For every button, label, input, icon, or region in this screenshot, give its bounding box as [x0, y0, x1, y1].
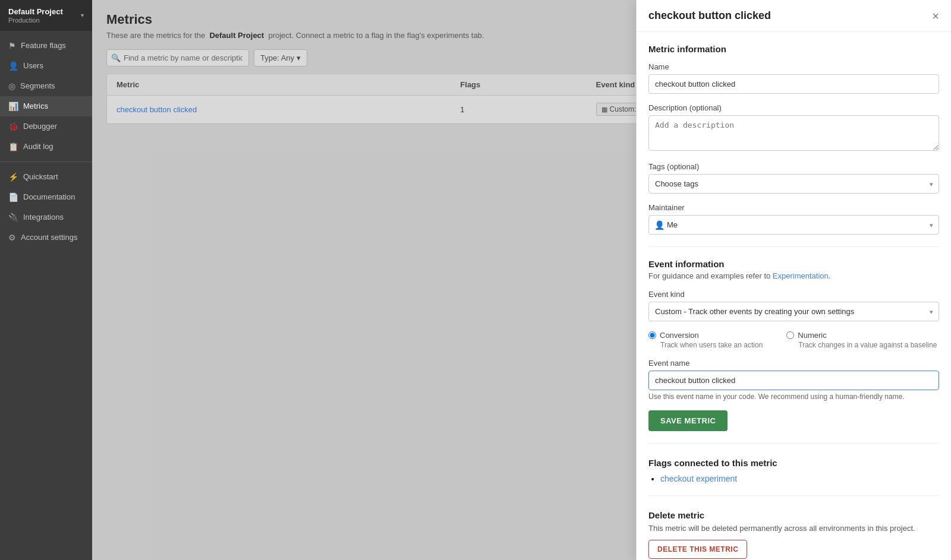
sidebar-item-label: Debugger [23, 122, 57, 131]
description-group: Description (optional) [648, 103, 939, 153]
close-button[interactable]: × [932, 10, 939, 22]
maintainer-select-wrap: 👤 Me ▾ [648, 215, 939, 235]
numeric-desc: Track changes in a value against a basel… [798, 341, 937, 349]
divider-2 [648, 443, 939, 444]
list-item: checkout experiment [660, 474, 939, 483]
sidebar-item-metrics[interactable]: 📊 Metrics [0, 96, 92, 116]
debugger-icon: 🐞 [8, 122, 18, 131]
experimentation-link[interactable]: Experimentation [773, 271, 829, 280]
sidebar-item-audit-log[interactable]: 📋 Audit log [0, 137, 92, 157]
numeric-option: Numeric Track changes in a value against… [786, 331, 937, 349]
conversion-desc: Track when users take an action [660, 341, 763, 349]
maintainer-group: Maintainer 👤 Me ▾ [648, 203, 939, 235]
delete-section: Delete metric This metric will be delete… [648, 510, 939, 559]
numeric-label[interactable]: Numeric [786, 331, 937, 340]
panel-header: checkout button clicked × [637, 0, 951, 32]
sidebar-item-label: Feature flags [21, 41, 66, 50]
sidebar-item-segments[interactable]: ◎ Segments [0, 76, 92, 96]
sidebar-item-documentation[interactable]: 📄 Documentation [0, 187, 92, 207]
sidebar-nav: ⚑ Feature flags 👤 Users ◎ Segments 📊 Met… [0, 31, 92, 560]
radio-group: Conversion Track when users take an acti… [648, 331, 939, 349]
settings-icon: ⚙ [8, 233, 16, 242]
sidebar-item-debugger[interactable]: 🐞 Debugger [0, 116, 92, 137]
project-name: Default Project [8, 7, 63, 17]
sidebar-item-account-settings[interactable]: ⚙ Account settings [0, 227, 92, 248]
maintainer-label: Maintainer [648, 203, 939, 212]
tags-select[interactable] [648, 174, 939, 194]
maintainer-select[interactable]: Me [648, 215, 939, 235]
tags-select-wrap: ▾ [648, 174, 939, 194]
event-name-group: Event name Use this event name in your c… [648, 359, 939, 401]
flag-link[interactable]: checkout experiment [660, 474, 737, 483]
description-label: Description (optional) [648, 103, 939, 112]
event-kind-label: Event kind [648, 290, 939, 299]
metric-panel: checkout button clicked × Metric informa… [636, 0, 951, 560]
sidebar-item-label: Users [23, 61, 43, 70]
sidebar-item-integrations[interactable]: 🔌 Integrations [0, 207, 92, 227]
event-kind-group: Event kind Custom - Track other events b… [648, 290, 939, 321]
name-input[interactable] [648, 74, 939, 94]
delete-section-desc: This metric will be deleted permanently … [648, 524, 939, 533]
panel-body: Metric information Name Description (opt… [637, 32, 951, 560]
sidebar-item-label: Audit log [23, 142, 53, 151]
metric-info-heading: Metric information [648, 44, 939, 54]
conversion-label[interactable]: Conversion [648, 331, 763, 340]
sidebar-item-label: Integrations [23, 213, 64, 222]
flags-section-title: Flags connected to this metric [648, 458, 939, 468]
sidebar-item-label: Documentation [23, 192, 75, 201]
chevron-down-icon: ▾ [81, 12, 84, 18]
audit-log-icon: 📋 [8, 142, 18, 151]
description-textarea[interactable] [648, 115, 939, 151]
sidebar-item-quickstart[interactable]: ⚡ Quickstart [0, 167, 92, 187]
panel-title: checkout button clicked [648, 10, 771, 22]
project-env: Production [8, 17, 63, 24]
flags-section: Flags connected to this metric checkout … [648, 458, 939, 483]
divider-3 [648, 495, 939, 496]
event-name-input[interactable] [648, 371, 939, 390]
delete-section-title: Delete metric [648, 510, 939, 520]
sidebar-item-label: Quickstart [23, 172, 58, 181]
conversion-radio[interactable] [648, 331, 656, 339]
conversion-option: Conversion Track when users take an acti… [648, 331, 763, 349]
event-info-sub: For guidance and examples refer to Exper… [648, 271, 939, 280]
quickstart-icon: ⚡ [8, 172, 18, 182]
name-group: Name [648, 62, 939, 94]
sidebar: Default Project Production ▾ ⚑ Feature f… [0, 0, 92, 560]
users-icon: 👤 [8, 61, 18, 71]
delete-metric-button[interactable]: DELETE THIS METRIC [648, 540, 747, 559]
integrations-icon: 🔌 [8, 213, 18, 222]
metrics-icon: 📊 [8, 102, 18, 111]
sidebar-divider [0, 162, 92, 162]
sidebar-item-label: Account settings [21, 233, 77, 242]
save-metric-button[interactable]: SAVE METRIC [648, 410, 728, 431]
event-kind-select-wrap: Custom - Track other events by creating … [648, 302, 939, 321]
divider [648, 246, 939, 247]
event-name-label: Event name [648, 359, 939, 368]
numeric-radio[interactable] [786, 331, 794, 339]
segments-icon: ◎ [8, 81, 15, 91]
docs-icon: 📄 [8, 192, 18, 202]
project-selector[interactable]: Default Project Production ▾ [0, 0, 92, 31]
event-name-hint: Use this event name in your code. We rec… [648, 393, 939, 401]
name-label: Name [648, 62, 939, 71]
tags-label: Tags (optional) [648, 162, 939, 171]
sidebar-item-feature-flags[interactable]: ⚑ Feature flags [0, 36, 92, 56]
flag-icon: ⚑ [8, 41, 16, 50]
tags-group: Tags (optional) ▾ [648, 162, 939, 194]
flags-list: checkout experiment [648, 474, 939, 483]
event-kind-select[interactable]: Custom - Track other events by creating … [648, 302, 939, 321]
sidebar-item-label: Metrics [23, 102, 48, 110]
sidebar-item-label: Segments [20, 81, 55, 90]
event-info-heading: Event information [648, 259, 939, 269]
sidebar-item-users[interactable]: 👤 Users [0, 56, 92, 76]
